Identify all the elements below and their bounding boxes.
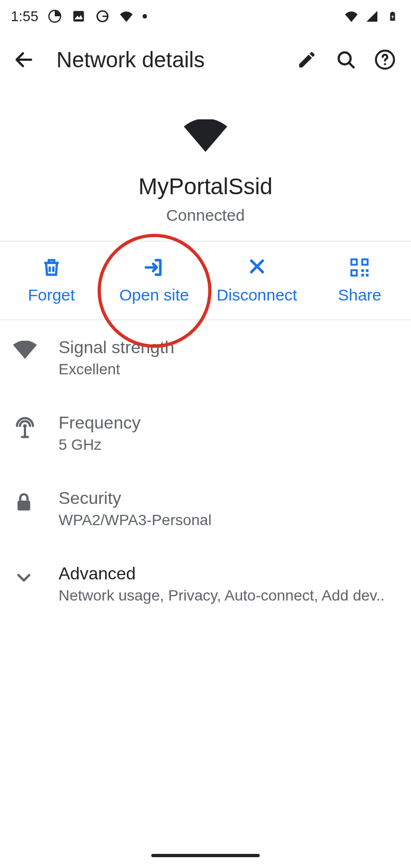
open-site-button[interactable]: Open site [103, 257, 206, 304]
svg-point-7 [384, 63, 386, 65]
help-button[interactable] [370, 44, 400, 75]
forget-label: Forget [28, 286, 75, 304]
search-button[interactable] [331, 44, 361, 75]
wifi-signal-icon [13, 341, 37, 365]
qr-icon [349, 257, 370, 278]
security-value: WPA2/WPA3-Personal [59, 512, 398, 529]
frequency-value: 5 GHz [59, 436, 398, 454]
trash-icon [41, 257, 62, 278]
chevron-down-icon [13, 567, 37, 591]
connection-status: Connected [166, 206, 245, 225]
signal-value: Excellent [59, 361, 398, 378]
back-button[interactable] [11, 47, 37, 73]
advanced-value: Network usage, Privacy, Auto-connect, Ad… [59, 587, 398, 604]
share-button[interactable]: Share [309, 257, 412, 304]
network-hero: MyPortalSsid Connected [0, 87, 411, 241]
app-bar: Network details [0, 33, 411, 87]
gesture-bar[interactable] [151, 854, 260, 857]
data-saver-icon [47, 9, 62, 24]
security-title: Security [59, 488, 398, 508]
svg-rect-14 [362, 269, 364, 272]
signal-strength-row[interactable]: Signal strength Excellent [0, 320, 411, 395]
status-time: 1:55 [11, 8, 38, 25]
svg-rect-9 [352, 260, 356, 264]
disconnect-button[interactable]: Disconnect [206, 257, 309, 304]
lock-icon [13, 492, 37, 515]
wifi-status-icon [344, 9, 359, 24]
frequency-row[interactable]: Frequency 5 GHz [0, 395, 411, 471]
wifi-large-icon [184, 119, 227, 152]
status-bar: 1:55 [0, 0, 411, 33]
battery-charging-icon [385, 9, 400, 24]
page-title: Network details [56, 48, 204, 72]
detail-list: Signal strength Excellent Frequency 5 GH… [0, 320, 411, 622]
login-icon [143, 257, 165, 278]
close-icon [246, 257, 268, 278]
network-ssid: MyPortalSsid [138, 174, 272, 200]
google-icon [95, 9, 110, 24]
advanced-title: Advanced [59, 564, 398, 584]
wifi-small-icon [119, 9, 134, 24]
security-row[interactable]: Security WPA2/WPA3-Personal [0, 471, 411, 546]
forget-button[interactable]: Forget [0, 257, 103, 304]
svg-rect-16 [362, 274, 364, 277]
signal-title: Signal strength [59, 337, 398, 358]
svg-rect-11 [363, 260, 367, 264]
share-label: Share [338, 286, 381, 304]
svg-rect-15 [366, 269, 369, 272]
cell-signal-icon [364, 9, 380, 24]
frequency-title: Frequency [59, 413, 398, 433]
edit-button[interactable] [292, 44, 322, 75]
advanced-row[interactable]: Advanced Network usage, Privacy, Auto-co… [0, 546, 411, 622]
svg-rect-17 [366, 274, 369, 277]
svg-rect-13 [352, 271, 356, 275]
open-site-label: Open site [119, 286, 189, 304]
svg-rect-19 [17, 501, 30, 510]
disconnect-label: Disconnect [217, 286, 297, 304]
antenna-icon [13, 416, 37, 440]
dot-icon [143, 14, 147, 18]
svg-rect-1 [73, 11, 84, 22]
action-row: Forget Open site Disconnect Share [0, 241, 411, 320]
svg-rect-4 [391, 12, 394, 13]
image-icon [71, 9, 86, 24]
